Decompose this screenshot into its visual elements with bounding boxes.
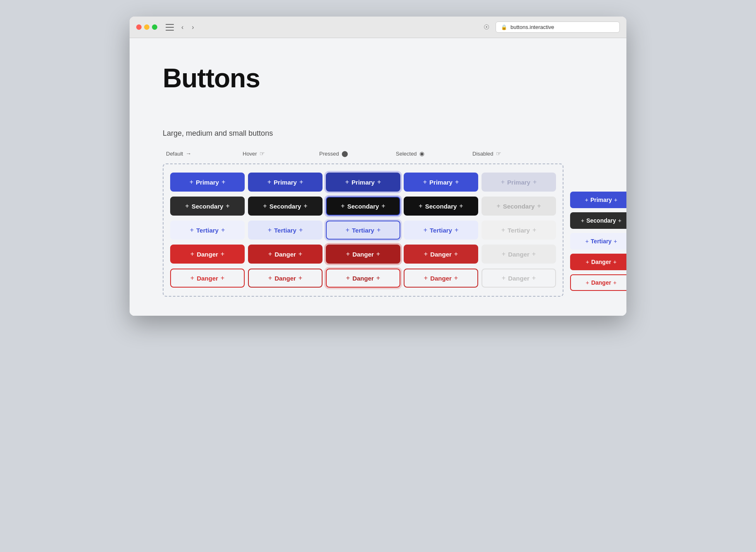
states-area: Default → Hover ☞ Pressed ⬤ Selected ◉ bbox=[163, 150, 593, 299]
plus-left-icon: + bbox=[190, 178, 193, 186]
btn-primary-hover[interactable]: + Primary + bbox=[248, 173, 323, 192]
content-section: Large, medium and small buttons Default … bbox=[130, 121, 626, 316]
btn-sm-danger-outline-default[interactable]: + Danger + bbox=[570, 274, 626, 291]
lock-icon: 🔒 bbox=[501, 24, 507, 30]
state-label-default-text: Default bbox=[166, 151, 183, 157]
plus-left-icon: + bbox=[496, 202, 500, 210]
btn-sm-danger-filled-default[interactable]: + Danger + bbox=[570, 254, 626, 270]
btn-danger-filled-default-label: Danger bbox=[197, 251, 218, 258]
btn-primary-default[interactable]: + Primary + bbox=[170, 173, 245, 192]
btn-tertiary-default-label: Tertiary bbox=[196, 227, 219, 234]
plus-left-icon: + bbox=[424, 250, 428, 258]
plus-left-icon: + bbox=[268, 250, 272, 258]
plus-right-icon: + bbox=[221, 274, 224, 282]
plus-right-icon: + bbox=[532, 274, 536, 282]
cursor-disabled-icon: ☞ bbox=[496, 150, 501, 157]
plus-left-icon: + bbox=[581, 217, 584, 224]
plus-left-icon: + bbox=[586, 259, 589, 265]
browser-content: Buttons Large, medium and small buttons … bbox=[130, 38, 626, 316]
btn-danger-filled-default[interactable]: + Danger + bbox=[170, 245, 245, 264]
plus-left-icon: + bbox=[424, 274, 428, 282]
btn-secondary-default-label: Secondary bbox=[192, 203, 224, 210]
full-layout: + Primary + + Primary + + Pr bbox=[163, 163, 593, 299]
section-subtitle: Large, medium and small buttons bbox=[163, 129, 593, 138]
cursor-pressed-icon: ⬤ bbox=[342, 150, 348, 157]
btn-danger-outline-selected[interactable]: + Danger + bbox=[404, 269, 478, 288]
btn-danger-filled-selected[interactable]: + Danger + bbox=[404, 245, 478, 264]
cursor-default-icon: → bbox=[185, 150, 191, 157]
btn-danger-outline-selected-label: Danger bbox=[430, 275, 452, 282]
plus-left-icon: + bbox=[341, 202, 344, 210]
btn-tertiary-pressed-label: Tertiary bbox=[352, 227, 374, 234]
btn-sm-tertiary-default[interactable]: + Tertiary + bbox=[570, 233, 626, 250]
cursor-selected-icon: ◉ bbox=[419, 150, 424, 157]
btn-tertiary-selected[interactable]: + Tertiary + bbox=[404, 221, 478, 240]
plus-right-icon: + bbox=[618, 217, 621, 224]
address-bar[interactable]: 🔒 buttons.interactive bbox=[496, 22, 620, 33]
btn-secondary-pressed-label: Secondary bbox=[347, 203, 379, 210]
btn-sm-danger-filled-default-label: Danger bbox=[591, 259, 611, 265]
plus-right-icon: + bbox=[381, 202, 385, 210]
btn-tertiary-disabled: + Tertiary + bbox=[482, 221, 556, 240]
btn-danger-outline-disabled-label: Danger bbox=[508, 275, 530, 282]
btn-danger-outline-hover[interactable]: + Danger + bbox=[248, 269, 323, 288]
plus-left-icon: + bbox=[423, 178, 427, 186]
btn-danger-outline-default[interactable]: + Danger + bbox=[170, 269, 245, 288]
plus-right-icon: + bbox=[222, 178, 225, 186]
back-button[interactable]: ‹ bbox=[179, 23, 186, 32]
btn-primary-pressed[interactable]: + Primary + bbox=[326, 173, 400, 192]
btn-danger-outline-pressed[interactable]: + Danger + bbox=[326, 269, 400, 288]
plus-right-icon: + bbox=[614, 197, 617, 203]
plus-right-icon: + bbox=[221, 250, 224, 258]
plus-left-icon: + bbox=[501, 178, 505, 186]
hero-section: Buttons bbox=[130, 38, 626, 121]
plus-left-icon: + bbox=[190, 226, 194, 234]
btn-secondary-hover[interactable]: + Secondary + bbox=[248, 197, 323, 216]
btn-primary-selected[interactable]: + Primary + bbox=[404, 173, 478, 192]
btn-tertiary-hover-label: Tertiary bbox=[274, 227, 296, 234]
plus-right-icon: + bbox=[532, 250, 536, 258]
btn-sm-primary-default-label: Primary bbox=[590, 197, 612, 203]
btn-tertiary-hover[interactable]: + Tertiary + bbox=[248, 221, 323, 240]
plus-right-icon: + bbox=[303, 202, 307, 210]
maximize-button[interactable] bbox=[152, 24, 157, 30]
btn-secondary-selected[interactable]: + Secondary + bbox=[404, 197, 478, 216]
btn-tertiary-pressed[interactable]: + Tertiary + bbox=[326, 221, 400, 240]
btn-danger-filled-pressed-label: Danger bbox=[352, 251, 374, 258]
plus-right-icon: + bbox=[299, 226, 303, 234]
browser-window: ‹ › ☉ 🔒 buttons.interactive Buttons Larg… bbox=[130, 17, 626, 316]
btn-danger-filled-hover[interactable]: + Danger + bbox=[248, 245, 323, 264]
state-label-disabled: Disabled ☞ bbox=[472, 150, 549, 157]
btn-tertiary-default[interactable]: + Tertiary + bbox=[170, 221, 245, 240]
close-button[interactable] bbox=[136, 24, 142, 30]
sidebar-toggle-button[interactable] bbox=[166, 24, 174, 31]
btn-primary-selected-label: Primary bbox=[429, 179, 453, 186]
btn-primary-default-label: Primary bbox=[196, 179, 219, 186]
btn-primary-pressed-label: Primary bbox=[352, 179, 375, 186]
buttons-grid: + Primary + + Primary + + Pr bbox=[170, 173, 556, 288]
forward-button[interactable]: › bbox=[189, 23, 196, 32]
btn-danger-outline-default-label: Danger bbox=[197, 275, 218, 282]
plus-left-icon: + bbox=[502, 274, 506, 282]
btn-secondary-default[interactable]: + Secondary + bbox=[170, 197, 245, 216]
btn-danger-outline-hover-label: Danger bbox=[274, 275, 296, 282]
state-labels: Default → Hover ☞ Pressed ⬤ Selected ◉ bbox=[163, 150, 593, 157]
state-label-default: Default → bbox=[166, 150, 243, 157]
plus-right-icon: + bbox=[613, 279, 616, 286]
minimize-button[interactable] bbox=[144, 24, 149, 30]
plus-right-icon: + bbox=[226, 202, 229, 210]
plus-left-icon: + bbox=[345, 178, 349, 186]
btn-tertiary-disabled-label: Tertiary bbox=[508, 227, 530, 234]
plus-left-icon: + bbox=[585, 238, 589, 245]
plus-left-icon: + bbox=[501, 226, 505, 234]
plus-right-icon: + bbox=[299, 178, 303, 186]
btn-sm-secondary-default[interactable]: + Secondary + bbox=[570, 212, 626, 229]
btn-sm-primary-default[interactable]: + Primary + bbox=[570, 192, 626, 208]
plus-left-icon: + bbox=[346, 274, 350, 282]
plus-right-icon: + bbox=[299, 250, 302, 258]
btn-secondary-pressed[interactable]: + Secondary + bbox=[326, 197, 400, 216]
plus-left-icon: + bbox=[424, 226, 427, 234]
btn-primary-disabled-label: Primary bbox=[507, 179, 530, 186]
btn-danger-filled-pressed[interactable]: + Danger + bbox=[326, 245, 400, 264]
state-label-hover: Hover ☞ bbox=[243, 150, 319, 157]
